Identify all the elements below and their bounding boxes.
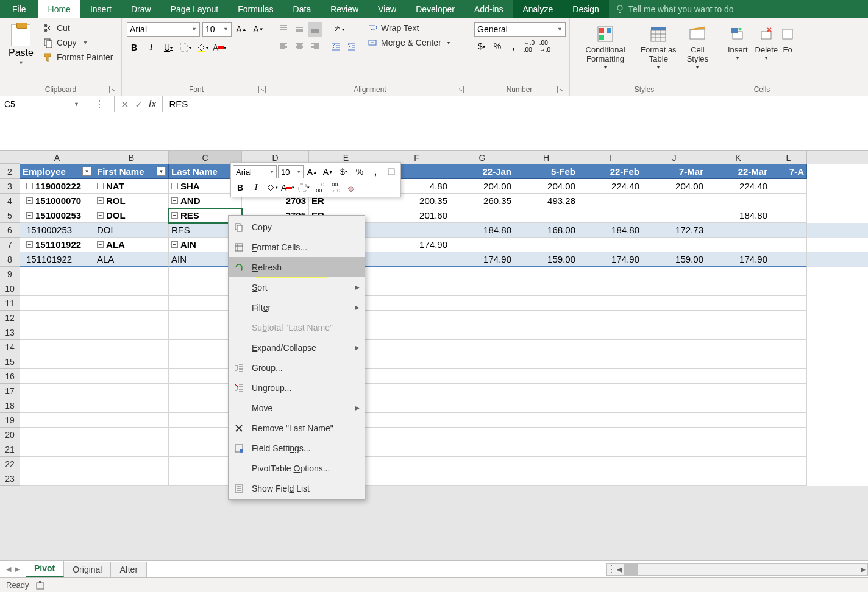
cell[interactable]	[578, 208, 642, 223]
menu-ungroup[interactable]: Ungroup...	[229, 378, 365, 398]
column-header-K[interactable]: K	[706, 151, 770, 164]
row-header[interactable]: 21	[0, 442, 20, 457]
cell[interactable]	[770, 471, 807, 486]
cell[interactable]	[514, 428, 578, 442]
row-header[interactable]: 3	[0, 179, 20, 194]
cell[interactable]	[383, 325, 450, 340]
cell[interactable]: −151000253	[20, 208, 94, 223]
row-header[interactable]: 10	[0, 281, 20, 296]
cell[interactable]	[642, 325, 706, 340]
cell[interactable]: −151000070	[20, 194, 94, 208]
cell[interactable]	[770, 369, 807, 384]
number-dialog-launcher[interactable]: ↘	[557, 86, 564, 93]
cell[interactable]	[383, 442, 450, 457]
italic-button[interactable]: I	[144, 40, 158, 55]
copy-button[interactable]: Copy▼	[41, 37, 116, 49]
cell[interactable]	[383, 398, 450, 413]
increase-decimal-button[interactable]: ←.0.00	[522, 39, 536, 54]
cell[interactable]	[642, 354, 706, 369]
mini-increase-decimal-button[interactable]: ←.0.00	[312, 180, 327, 195]
cell[interactable]	[20, 428, 94, 442]
decrease-font-button[interactable]: A▼	[251, 22, 266, 37]
underline-button[interactable]: U▾	[161, 40, 176, 55]
pivot-header-date[interactable]: 22-Feb	[578, 164, 642, 179]
cell[interactable]	[383, 384, 450, 398]
cell[interactable]	[450, 267, 514, 281]
cell[interactable]	[706, 223, 770, 238]
menu-field-settings[interactable]: Field Settings...	[229, 438, 365, 458]
mini-increase-font-button[interactable]: A▲	[305, 164, 319, 179]
cell[interactable]: 260.35	[450, 194, 514, 208]
cell[interactable]	[770, 252, 807, 267]
menu-remove[interactable]: Remove "Last Name"	[229, 418, 365, 438]
cell[interactable]	[578, 413, 642, 428]
sheet-nav-prev[interactable]: ◀	[6, 565, 11, 573]
cell[interactable]: −151101922	[20, 238, 94, 252]
cell[interactable]	[514, 281, 578, 296]
cell[interactable]	[770, 340, 807, 354]
cell[interactable]: 204.00	[450, 179, 514, 194]
tell-me-search[interactable]: Tell me what you want to do	[609, 0, 740, 18]
mini-size-dropdown[interactable]: 10▾	[278, 165, 304, 178]
row-header[interactable]: 23	[0, 471, 20, 486]
cell[interactable]	[450, 325, 514, 340]
row-header[interactable]: 4	[0, 194, 20, 208]
cell[interactable]	[770, 238, 807, 252]
cell[interactable]	[450, 442, 514, 457]
cell[interactable]	[20, 413, 94, 428]
cell[interactable]: 159.00	[514, 252, 578, 267]
cell[interactable]	[706, 413, 770, 428]
cell[interactable]	[20, 267, 94, 281]
align-top-button[interactable]	[276, 22, 291, 37]
cell[interactable]	[706, 457, 770, 471]
cell[interactable]	[94, 311, 169, 325]
cell[interactable]: −119000222	[20, 179, 94, 194]
column-header-B[interactable]: B	[94, 151, 169, 164]
tab-view[interactable]: View	[368, 0, 406, 18]
cell[interactable]	[450, 398, 514, 413]
cell[interactable]	[642, 413, 706, 428]
cell[interactable]	[514, 384, 578, 398]
row-header[interactable]: 20	[0, 428, 20, 442]
pivot-header-date[interactable]: 5-Feb	[514, 164, 578, 179]
tab-addins[interactable]: Add-ins	[464, 0, 513, 18]
mini-comma-button[interactable]: ,	[368, 164, 383, 179]
cell[interactable]	[642, 208, 706, 223]
font-dialog-launcher[interactable]: ↘	[258, 86, 266, 93]
cell[interactable]	[642, 457, 706, 471]
cell[interactable]	[578, 354, 642, 369]
align-middle-button[interactable]	[292, 22, 307, 37]
column-header-H[interactable]: H	[514, 151, 578, 164]
row-header[interactable]: 5	[0, 208, 20, 223]
cell[interactable]: 172.73	[642, 223, 706, 238]
mini-font-dropdown[interactable]: Arial▾	[233, 165, 277, 178]
cell[interactable]	[642, 398, 706, 413]
cell[interactable]	[514, 413, 578, 428]
cell[interactable]	[706, 354, 770, 369]
pivot-header-date[interactable]: 22-Jan	[450, 164, 514, 179]
cell[interactable]	[383, 296, 450, 311]
cell[interactable]	[706, 311, 770, 325]
menu-format-cells[interactable]: Format Cells...	[229, 237, 365, 257]
mini-fill-button[interactable]: ▾	[265, 180, 279, 195]
sheet-tab-original[interactable]: Original	[64, 562, 111, 577]
cell[interactable]	[94, 398, 169, 413]
cell[interactable]	[770, 311, 807, 325]
cell[interactable]	[383, 369, 450, 384]
cell[interactable]: ALA	[94, 252, 169, 267]
align-bottom-button[interactable]	[308, 22, 322, 37]
decrease-indent-button[interactable]	[329, 39, 343, 54]
menu-filter[interactable]: Filter ▶	[229, 297, 365, 317]
cell[interactable]: DOL	[94, 223, 169, 238]
wrap-text-button[interactable]: Wrap Text	[364, 22, 454, 34]
row-header[interactable]: 9	[0, 267, 20, 281]
horizontal-scrollbar[interactable]: ⋮ ◂ ▸	[606, 563, 868, 576]
clipboard-dialog-launcher[interactable]: ↘	[109, 86, 116, 93]
cell[interactable]	[514, 208, 578, 223]
cell[interactable]	[450, 428, 514, 442]
cell[interactable]	[578, 340, 642, 354]
delete-cells-button[interactable]: Delete▾	[752, 22, 782, 63]
cell[interactable]	[450, 281, 514, 296]
paste-button[interactable]: Paste ▼	[5, 22, 37, 68]
cell[interactable]: 184.80	[706, 208, 770, 223]
